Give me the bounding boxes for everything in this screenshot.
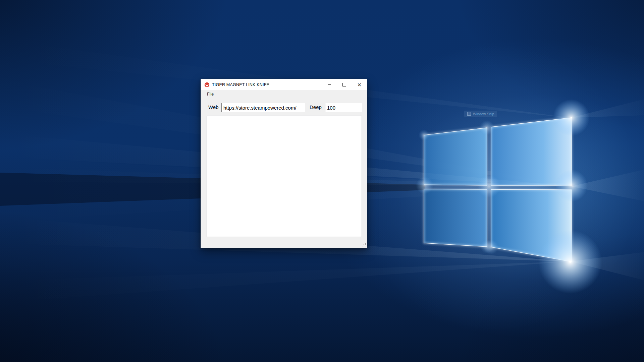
close-icon: × (357, 82, 362, 87)
app-window: TIGER MAGNET LINK KNIFE × File Web Deep (201, 79, 367, 248)
titlebar[interactable]: TIGER MAGNET LINK KNIFE × (201, 79, 367, 90)
deep-label: Deep (310, 103, 322, 112)
app-icon[interactable] (204, 82, 210, 87)
results-list-panel[interactable] (207, 116, 362, 237)
wallpaper-pane-bottom-left (424, 189, 487, 247)
menubar: File (201, 90, 367, 99)
web-label: Web (208, 103, 219, 112)
window-snip-artifact: Window Snip (464, 111, 497, 117)
window-title: TIGER MAGNET LINK KNIFE (212, 82, 269, 87)
window-snip-icon (467, 112, 471, 116)
caption-buttons: × (322, 79, 367, 90)
minimize-button[interactable] (322, 79, 337, 90)
maximize-icon (342, 83, 346, 86)
minimize-icon (328, 84, 331, 85)
maximize-button[interactable] (337, 79, 352, 90)
window-snip-label: Window Snip (473, 112, 494, 116)
statusbar (201, 240, 367, 248)
menu-item-file[interactable]: File (207, 91, 217, 98)
close-button[interactable]: × (352, 79, 367, 90)
web-input[interactable] (221, 103, 305, 112)
resize-grip[interactable] (365, 246, 366, 246)
deep-input[interactable] (325, 103, 362, 112)
